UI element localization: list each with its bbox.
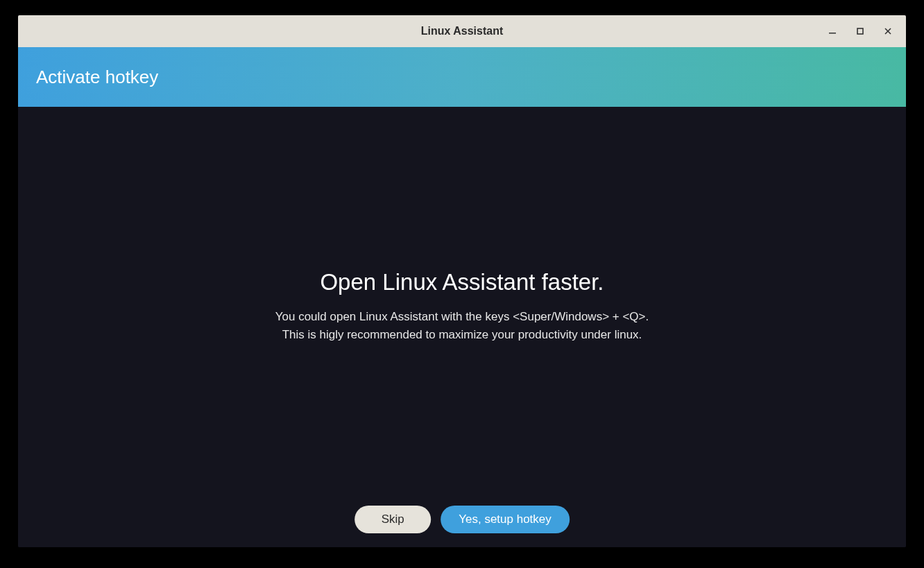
maximize-button[interactable]	[848, 21, 873, 42]
window-title: Linux Assistant	[421, 25, 504, 37]
minimize-icon	[829, 28, 836, 35]
window-controls	[820, 15, 900, 47]
close-icon	[884, 28, 891, 35]
description: You could open Linux Assistant with the …	[275, 308, 649, 343]
svg-rect-0	[829, 33, 836, 34]
main-content: Open Linux Assistant faster. You could o…	[18, 107, 906, 547]
maximize-icon	[857, 28, 864, 35]
close-button[interactable]	[875, 21, 900, 42]
skip-button[interactable]: Skip	[354, 506, 431, 533]
main-heading: Open Linux Assistant faster.	[320, 269, 604, 295]
banner-title: Activate hotkey	[36, 67, 158, 88]
page-banner: Activate hotkey	[18, 47, 906, 107]
svg-rect-1	[857, 28, 863, 34]
description-line-2: This is higly recommended to maximize yo…	[275, 326, 649, 344]
description-line-1: You could open Linux Assistant with the …	[275, 308, 649, 326]
setup-hotkey-button[interactable]: Yes, setup hotkey	[440, 506, 570, 533]
app-window: Linux Assistant Activate hotkey	[18, 15, 906, 547]
action-buttons: Skip Yes, setup hotkey	[354, 506, 570, 533]
titlebar: Linux Assistant	[18, 15, 906, 47]
minimize-button[interactable]	[820, 21, 845, 42]
